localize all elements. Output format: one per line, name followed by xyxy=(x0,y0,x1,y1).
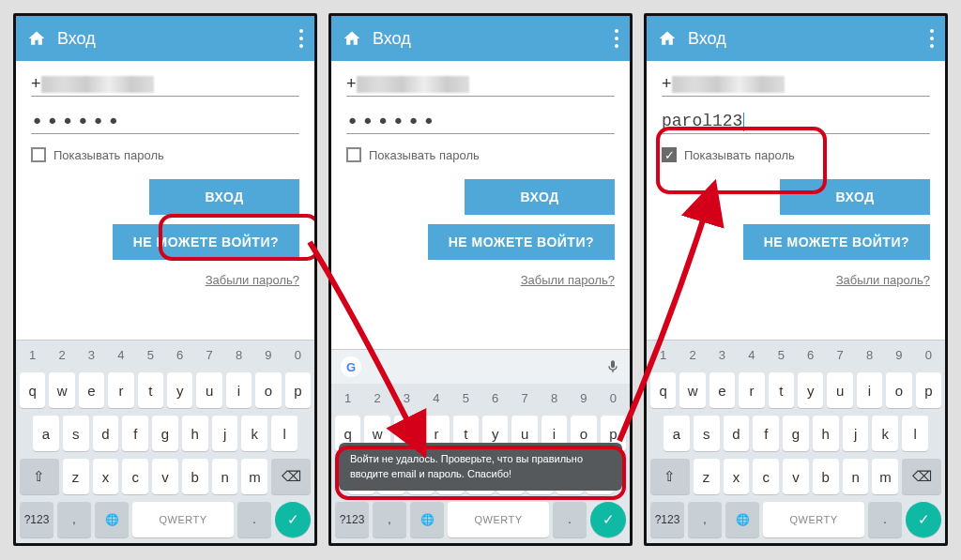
home-icon[interactable] xyxy=(27,29,46,48)
cant-login-button[interactable]: НЕ МОЖЕТЕ ВОЙТИ? xyxy=(113,224,299,260)
phone-field[interactable]: + xyxy=(346,72,615,97)
forgot-password-link[interactable]: Забыли пароль? xyxy=(521,273,615,287)
cant-login-button[interactable]: НЕ МОЖЕТЕ ВОЙТИ? xyxy=(743,224,930,260)
key-g[interactable]: g xyxy=(152,416,178,451)
key-comma[interactable]: , xyxy=(688,502,722,537)
key-shift[interactable]: ⇧ xyxy=(650,459,690,494)
password-field[interactable]: parol123 xyxy=(662,110,930,134)
key-v[interactable]: v xyxy=(152,459,178,494)
key-3[interactable]: 3 xyxy=(709,344,735,365)
key-4[interactable]: 4 xyxy=(739,344,764,365)
key-k[interactable]: k xyxy=(241,416,267,451)
key-9[interactable]: 9 xyxy=(886,344,911,365)
key-3[interactable]: 3 xyxy=(394,387,419,408)
key-space[interactable]: QWERTY xyxy=(448,502,549,537)
key-globe[interactable]: 🌐 xyxy=(410,502,444,537)
key-space[interactable]: QWERTY xyxy=(132,502,234,537)
key-q[interactable]: q xyxy=(650,372,676,408)
key-k[interactable]: k xyxy=(872,416,898,451)
key-1[interactable]: 1 xyxy=(335,387,360,408)
key-space[interactable]: QWERTY xyxy=(763,502,864,537)
key-t[interactable]: t xyxy=(769,372,794,408)
key-7[interactable]: 7 xyxy=(511,387,537,408)
key-1[interactable]: 1 xyxy=(20,344,45,365)
key-6[interactable]: 6 xyxy=(482,387,508,408)
key-8[interactable]: 8 xyxy=(226,344,252,365)
key-shift[interactable]: ⇧ xyxy=(20,459,59,494)
key-y[interactable]: y xyxy=(798,372,823,408)
login-button[interactable]: ВХОД xyxy=(465,179,615,215)
key-2[interactable]: 2 xyxy=(679,344,705,365)
key-h[interactable]: h xyxy=(182,416,208,451)
key-6[interactable]: 6 xyxy=(167,344,192,365)
key-enter[interactable]: ✓ xyxy=(590,502,626,537)
key-0[interactable]: 0 xyxy=(285,344,311,365)
home-icon[interactable] xyxy=(658,29,677,48)
key-w[interactable]: w xyxy=(49,372,74,408)
key-5[interactable]: 5 xyxy=(769,344,794,365)
key-a[interactable]: a xyxy=(664,416,690,451)
key-8[interactable]: 8 xyxy=(857,344,882,365)
key-m[interactable]: m xyxy=(872,459,898,494)
cant-login-button[interactable]: НЕ МОЖЕТЕ ВОЙТИ? xyxy=(428,224,615,260)
key-2[interactable]: 2 xyxy=(49,344,74,365)
key-q[interactable]: q xyxy=(20,372,45,408)
key-5[interactable]: 5 xyxy=(453,387,479,408)
forgot-password-link[interactable]: Забыли пароль? xyxy=(206,273,299,287)
show-password-checkbox[interactable]: Показывать пароль xyxy=(31,147,299,162)
key-z[interactable]: z xyxy=(63,459,89,494)
phone-field[interactable]: + xyxy=(662,72,930,97)
key-v[interactable]: v xyxy=(783,459,809,494)
key-comma[interactable]: , xyxy=(57,502,91,537)
key-z[interactable]: z xyxy=(694,459,720,494)
key-globe[interactable]: 🌐 xyxy=(95,502,129,537)
password-field[interactable]: •••••• xyxy=(346,110,615,134)
key-x[interactable]: x xyxy=(724,459,750,494)
key-period[interactable]: . xyxy=(237,502,271,537)
key-7[interactable]: 7 xyxy=(827,344,852,365)
forgot-password-link[interactable]: Забыли пароль? xyxy=(836,273,930,287)
login-button[interactable]: ВХОД xyxy=(780,179,930,215)
key-e[interactable]: e xyxy=(709,372,735,408)
key-c[interactable]: c xyxy=(753,459,779,494)
key-d[interactable]: d xyxy=(93,416,119,451)
key-p[interactable]: p xyxy=(916,372,941,408)
key-s[interactable]: s xyxy=(63,416,89,451)
key-0[interactable]: 0 xyxy=(916,344,941,365)
key-4[interactable]: 4 xyxy=(423,387,449,408)
key-enter[interactable]: ✓ xyxy=(275,502,311,537)
password-field[interactable]: •••••• xyxy=(31,110,299,134)
key-globe[interactable]: 🌐 xyxy=(725,502,759,537)
key-i[interactable]: i xyxy=(857,372,882,408)
key-u[interactable]: u xyxy=(827,372,852,408)
key-backspace[interactable]: ⌫ xyxy=(902,459,941,494)
google-icon[interactable]: G xyxy=(341,356,361,377)
key-d[interactable]: d xyxy=(724,416,750,451)
key-period[interactable]: . xyxy=(553,502,587,537)
login-button[interactable]: ВХОД xyxy=(149,179,299,215)
key-p[interactable]: p xyxy=(285,372,311,408)
key-9[interactable]: 9 xyxy=(255,344,281,365)
key-y[interactable]: y xyxy=(167,372,192,408)
key-a[interactable]: a xyxy=(33,416,59,451)
key-backspace[interactable]: ⌫ xyxy=(271,459,311,494)
key-symbols[interactable]: ?123 xyxy=(20,502,53,537)
key-period[interactable]: . xyxy=(868,502,902,537)
key-w[interactable]: w xyxy=(679,372,705,408)
key-x[interactable]: x xyxy=(93,459,119,494)
key-8[interactable]: 8 xyxy=(542,387,567,408)
key-h[interactable]: h xyxy=(813,416,839,451)
show-password-checkbox[interactable]: Показывать пароль xyxy=(346,147,615,162)
key-m[interactable]: m xyxy=(241,459,267,494)
key-5[interactable]: 5 xyxy=(138,344,163,365)
overflow-menu-icon[interactable] xyxy=(930,29,934,48)
key-j[interactable]: j xyxy=(212,416,238,451)
key-symbols[interactable]: ?123 xyxy=(650,502,684,537)
key-b[interactable]: b xyxy=(813,459,839,494)
key-f[interactable]: f xyxy=(753,416,779,451)
key-6[interactable]: 6 xyxy=(798,344,823,365)
overflow-menu-icon[interactable] xyxy=(615,29,618,48)
key-g[interactable]: g xyxy=(783,416,809,451)
key-t[interactable]: t xyxy=(138,372,163,408)
key-f[interactable]: f xyxy=(122,416,148,451)
